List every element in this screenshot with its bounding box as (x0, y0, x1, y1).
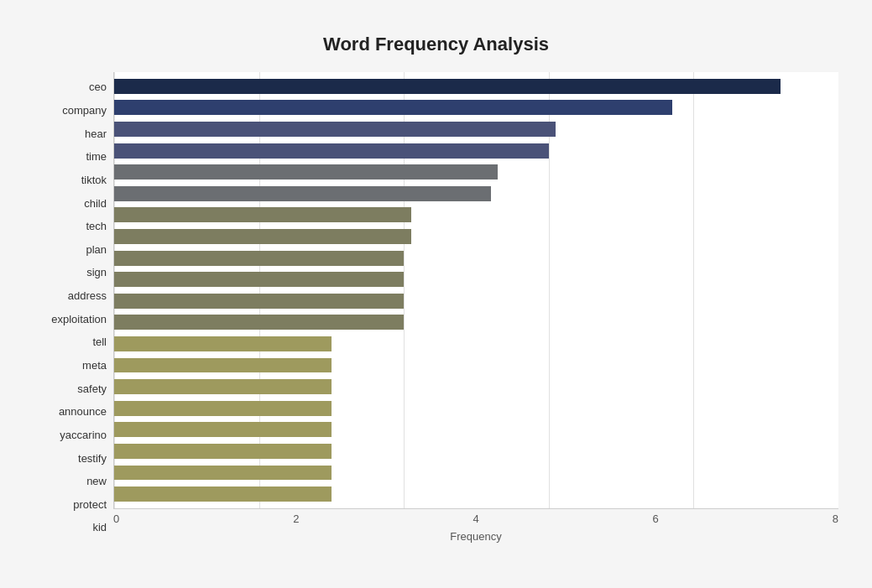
bar (114, 466, 332, 481)
chart-title: Word Frequency Analysis (34, 34, 838, 55)
bar (114, 444, 332, 459)
bar (114, 251, 404, 266)
bar-row (114, 118, 838, 140)
bar (114, 186, 491, 201)
bar-row (114, 75, 838, 97)
bar (114, 487, 332, 502)
bar-row (114, 140, 838, 162)
y-label: protect (73, 499, 107, 510)
bar-row (114, 398, 838, 419)
bar-row (114, 268, 838, 290)
bar-row (114, 97, 838, 119)
bar-row (114, 161, 838, 183)
bars-inner (114, 72, 838, 508)
bar (114, 315, 404, 330)
x-tick: 6 (653, 513, 659, 525)
bar (114, 143, 549, 159)
bar (114, 294, 404, 309)
bar (114, 272, 404, 287)
bar-row (114, 183, 838, 205)
y-label: company (62, 105, 107, 116)
y-label: address (68, 290, 107, 301)
y-label: meta (82, 360, 107, 371)
bar (114, 79, 781, 94)
bar-row (114, 312, 838, 334)
y-label: hear (85, 128, 107, 139)
bar (114, 164, 498, 180)
bar-row (114, 355, 838, 377)
y-label: child (84, 198, 107, 209)
y-label: ceo (89, 81, 107, 92)
bar-row (114, 290, 838, 312)
x-tick: 8 (833, 513, 838, 525)
bar-row (114, 226, 838, 247)
y-axis: ceocompanyheartimetiktokchildtechplansig… (34, 72, 113, 543)
bar (114, 401, 332, 416)
y-label: tech (86, 221, 107, 232)
bar-row (114, 462, 838, 484)
y-label: plan (86, 244, 107, 255)
x-tick: 0 (113, 513, 119, 525)
x-tick: 2 (293, 513, 299, 525)
bar (114, 207, 411, 222)
bar-row (114, 419, 838, 441)
y-label: testify (78, 453, 107, 464)
bar (114, 358, 332, 373)
y-label: yaccarino (60, 429, 107, 440)
y-label: announce (59, 406, 107, 417)
bar (114, 122, 556, 137)
chart-area: ceocompanyheartimetiktokchildtechplansig… (34, 72, 838, 543)
y-label: time (86, 151, 107, 162)
chart-container: Word Frequency Analysis ceocompanyhearti… (17, 17, 855, 588)
bar (114, 422, 332, 437)
y-label: tell (92, 336, 107, 347)
x-axis: 02468 Frequency (113, 513, 838, 543)
y-label: safety (77, 383, 107, 394)
bars-section (113, 72, 838, 509)
y-label: tiktok (81, 174, 107, 185)
bar-row (114, 333, 838, 355)
y-label: sign (86, 267, 107, 278)
y-label: kid (92, 522, 107, 533)
bar (114, 100, 672, 115)
bar-row (114, 376, 838, 398)
bar-row (114, 483, 838, 505)
bar-row (114, 440, 838, 462)
bar (114, 336, 332, 351)
x-tick: 4 (473, 513, 478, 525)
bar-row (114, 247, 838, 269)
bars-and-x: 02468 Frequency (113, 72, 838, 543)
bar-row (114, 205, 838, 226)
bar (114, 229, 411, 244)
y-label: new (86, 476, 107, 487)
bar (114, 379, 332, 394)
y-label: exploitation (51, 314, 107, 325)
x-axis-label: Frequency (113, 530, 838, 543)
